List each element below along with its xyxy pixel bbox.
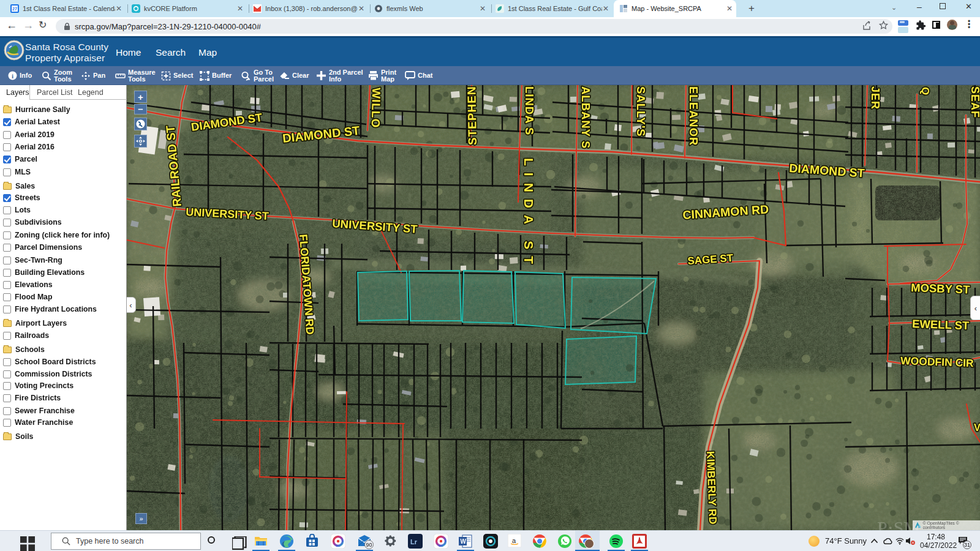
svg-text:SEAF: SEAF [969,86,980,118]
svg-text:ELEANOR: ELEANOR [687,86,700,146]
svg-text:V: V [974,422,980,433]
svg-text:Lr: Lr [410,538,418,545]
svg-text:EWELL ST: EWELL ST [912,317,970,332]
svg-text:STEPHEN: STEPHEN [465,86,479,145]
svg-text:a: a [512,537,516,544]
svg-text:W: W [461,538,467,545]
svg-text:SALLY'S: SALLY'S [635,86,647,137]
svg-text:LINDA ST: LINDA ST [522,158,536,271]
svg-text:WOODFIN CIR: WOODFIN CIR [900,354,974,369]
svg-text:ALBANY S: ALBANY S [579,86,592,149]
svg-text:WILLO: WILLO [369,88,383,129]
svg-text:KIMBERLY RD: KIMBERLY RD [704,451,719,524]
svg-text:LINDA S: LINDA S [523,86,536,135]
svg-text:JER: JER [869,86,881,110]
svg-text:i: i [12,72,13,80]
svg-text:27: 27 [12,7,17,11]
svg-text:MOSBY ST: MOSBY ST [911,281,971,296]
svg-text:Q: Q [919,87,931,95]
